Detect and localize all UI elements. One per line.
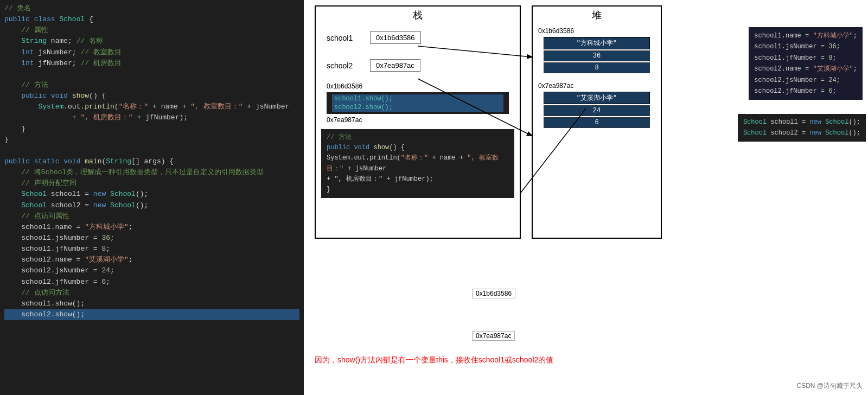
info-line5: school2.jsNumber = 24;: [754, 75, 857, 86]
code-line-25: // 点访问方法: [4, 288, 299, 298]
code-line-10: + ", 机房数目：" + jfNumber);: [4, 112, 299, 123]
stack-addr1-label: 0x1b6d3586: [327, 82, 509, 90]
heap-addr1-label: 0x1b6d3586: [538, 27, 655, 35]
snippet-method-decl: public void show() {: [327, 143, 509, 153]
heap-addr2-label: 0x7ea987ac: [538, 82, 655, 90]
heap-obj1: "方科城小学" 36 8: [544, 37, 650, 73]
code-line-9: System.out.println("名称：" + name + ", 教室数…: [4, 101, 299, 112]
code-line-26: school1.show();: [4, 298, 299, 309]
heap-obj2-jf: 6: [544, 117, 650, 128]
code-line-11: }: [4, 124, 299, 135]
code-line-8: public void show() {: [4, 91, 299, 101]
info-box: school1.name = "方科城小学"; school1.jsNumber…: [749, 27, 863, 100]
show-addr1-floating: 0x1b6d3586: [472, 289, 515, 298]
code-line-18: // 点访问属性: [4, 211, 299, 222]
snippet-println1: System.out.println("名称：" + name + ", 教室数…: [327, 153, 509, 174]
school1-row: school1 0x1b6d3586: [327, 31, 509, 44]
show-addr2-floating: 0x7ea987ac: [472, 331, 515, 341]
explanation-text: 因为，show()方法内部是有一个变量this，接收住school1或schoo…: [315, 355, 553, 365]
school2-label: school2: [327, 61, 370, 70]
csdn-watermark: CSDN @诗句藏于尺头: [796, 381, 863, 391]
code-line-3: // 属性: [4, 25, 299, 36]
code-editor: // 类名 public class School { // 属性 String…: [0, 0, 304, 395]
code-line-19: school1.name = "方科城小学";: [4, 222, 299, 233]
snippet-comment: // 方法: [327, 132, 509, 143]
code-line-13: public static void main(String[] args) {: [4, 156, 299, 167]
heap-area: 堆 0x1b6d3586 "方科城小学" 36 8 0x7ea987ac "艾溪…: [532, 5, 662, 239]
code-line-6: int jfNumber; // 机房数目: [4, 58, 299, 69]
school2-row: school2 0x7ea987ac: [327, 59, 509, 72]
code-line-blank2: [4, 145, 299, 156]
heap-obj1-js: 36: [544, 50, 650, 61]
code-line-12: }: [4, 135, 299, 145]
code-line-16: School school1 = new School();: [4, 189, 299, 200]
code-line-1: // 类名: [4, 3, 299, 14]
info-line4: school2.name = "艾溪湖小学";: [754, 63, 857, 74]
snippet-println2: + ", 机房数目：" + jfNumber);: [327, 174, 509, 184]
code-line-22: school2.name = "艾溪湖小学";: [4, 254, 299, 265]
info-line1: school1.name = "方科城小学";: [754, 30, 857, 41]
show-calls-snippet: school1.show(); school2.show();: [327, 92, 509, 114]
code-line-2: public class School {: [4, 14, 299, 25]
diagram-panel: 栈 school1 0x1b6d3586 school2 0x7ea987ac …: [304, 0, 868, 395]
code-line-15: // 声明分配空间: [4, 178, 299, 189]
code-line-17: School school2 = new School();: [4, 200, 299, 211]
new-school-snippet: School school1 = new School(); School sc…: [738, 114, 866, 142]
info-line2: school1.jsNumber = 36;: [754, 41, 857, 52]
code-line-23: school2.jsNumber = 24;: [4, 265, 299, 276]
info-line6: school2.jfNumber = 6;: [754, 86, 857, 97]
stack-title: 栈: [316, 7, 520, 25]
code-line-blank1: [4, 69, 299, 80]
code-line-27: school2.show();: [4, 309, 299, 320]
info-line3: school1.jfNumber = 8;: [754, 53, 857, 63]
stack-addr2-label: 0x7ea987ac: [327, 116, 509, 124]
code-line-21: school1.jfNumber = 8;: [4, 244, 299, 254]
heap-obj1-jf: 8: [544, 62, 650, 73]
new-line2: School school2 = new School();: [743, 128, 860, 138]
new-line1: School school1 = new School();: [743, 117, 860, 128]
snippet-close: }: [327, 184, 509, 195]
show-method-snippet: // 方法 public void show() { System.out.pr…: [321, 129, 514, 198]
code-line-5: int jsNumber; // 教室数目: [4, 47, 299, 58]
code-line-4: String name; // 名称: [4, 36, 299, 47]
code-line-14: // 将School类，理解成一种引用数据类型，只不过是自定义的引用数据类型: [4, 167, 299, 178]
school1-addr: 0x1b6d3586: [370, 31, 421, 44]
show-call2: school2.show();: [332, 103, 503, 112]
code-line-24: school2.jfNumber = 6;: [4, 277, 299, 288]
code-line-7: // 方法: [4, 80, 299, 91]
school1-label: school1: [327, 34, 370, 42]
school2-addr: 0x7ea987ac: [370, 59, 420, 72]
code-line-20: school1.jsNumber = 36;: [4, 233, 299, 244]
heap-obj1-name: "方科城小学": [544, 37, 650, 49]
heap-obj2: "艾溪湖小学" 24 6: [544, 92, 650, 128]
heap-title: 堆: [533, 7, 661, 25]
heap-obj2-js: 24: [544, 105, 650, 116]
show-call1: school1.show();: [332, 94, 503, 103]
heap-obj2-name: "艾溪湖小学": [544, 92, 650, 104]
stack-area: 栈 school1 0x1b6d3586 school2 0x7ea987ac …: [315, 5, 521, 239]
